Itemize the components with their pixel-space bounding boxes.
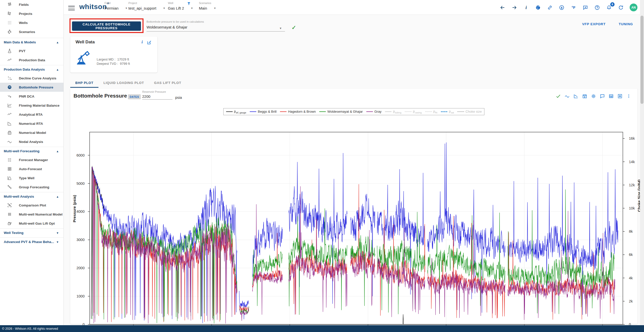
legend-item-hagedorn-brown[interactable]: Hagedorn & Brown bbox=[280, 110, 316, 113]
vfp-export-link[interactable]: VFP EXPORT bbox=[582, 22, 605, 26]
sidebar-item-numerical-rta[interactable]: Numerical RTA bbox=[0, 119, 63, 128]
legend-item-casing[interactable]: pcasing bbox=[405, 109, 422, 114]
footer: © 2026 - Whitson AS. All rights reserved bbox=[0, 325, 644, 332]
sidebar-item-pvt[interactable]: PVT bbox=[0, 46, 63, 55]
y2-tick-label: 12k bbox=[629, 183, 635, 187]
forward-arrow-icon[interactable] bbox=[511, 5, 517, 11]
sidebar-item-bottomhole-pressure[interactable]: Bottomhole Pressure bbox=[0, 83, 63, 92]
bhp-select-label: Bottomhole pressure to be used in calcul… bbox=[147, 20, 285, 23]
tab-gas-lift-plot[interactable]: GAS LIFT PLOT bbox=[149, 78, 186, 88]
sidebar-item-comparison-plot[interactable]: Comparison Plot bbox=[0, 201, 63, 210]
check-icon[interactable] bbox=[555, 93, 561, 99]
page-scrollbar[interactable] bbox=[640, 0, 644, 325]
legend-item-tubing[interactable]: ptubing bbox=[385, 109, 401, 114]
well-filter-icon[interactable] bbox=[187, 2, 191, 7]
chart-canvas[interactable] bbox=[86, 129, 626, 328]
notifications-icon[interactable]: 6 bbox=[606, 5, 612, 11]
reservoir-pressure-input[interactable] bbox=[142, 95, 172, 100]
user-avatar[interactable]: AN bbox=[630, 4, 637, 11]
hamburger-menu-icon[interactable] bbox=[68, 5, 75, 10]
sidebar-section-well-testing[interactable]: Well Testing ▼ bbox=[0, 228, 63, 237]
sidebar-item-nodal-analysis[interactable]: Nodal Analysis bbox=[0, 137, 63, 146]
sidebar-section-advanced-pvt-phase-beha[interactable]: Advanced PVT & Phase Beha... ▼ bbox=[0, 237, 63, 246]
y2-tick-label: 8k bbox=[629, 229, 633, 233]
groupf-icon bbox=[7, 185, 12, 190]
sidebar-item-label: Fields bbox=[19, 3, 29, 7]
table-icon[interactable] bbox=[608, 93, 614, 99]
sidebar-item-multi-well-gas-lift-opt[interactable]: Multi-well Gas Lift Opt bbox=[0, 219, 63, 228]
chevron-down-icon[interactable]: ▼ bbox=[279, 27, 282, 30]
legend-item-beggs-brill[interactable]: Beggs & Brill bbox=[250, 110, 276, 113]
feedback-icon[interactable] bbox=[582, 5, 588, 11]
tuning-link[interactable]: TUNING bbox=[619, 22, 633, 26]
sidebar-item-group-forecasting[interactable]: Group Forecasting bbox=[0, 183, 63, 192]
sidebar-item-projects[interactable]: Projects bbox=[0, 9, 63, 18]
section-label: Main Data & Models bbox=[4, 40, 36, 44]
sidebar-item-label: Numerical RTA bbox=[19, 122, 43, 126]
y-tick-label: 6000 bbox=[73, 153, 85, 157]
scrollbar-thumb[interactable] bbox=[640, 16, 643, 104]
legend-item-woldesemayat-ghajar[interactable]: Woldesemayat & Ghajar bbox=[319, 110, 363, 113]
legend-item-ri[interactable]: pRi bbox=[425, 109, 437, 114]
sidebar-item-pnr-dca[interactable]: PNR DCA bbox=[0, 92, 63, 101]
download-icon[interactable] bbox=[559, 5, 565, 11]
sidebar-section-multi-well-analysis[interactable]: Multi-well Analysis ▲ bbox=[0, 192, 63, 201]
legend-item-choke-size[interactable]: Choke size bbox=[457, 110, 482, 113]
nodal-icon[interactable] bbox=[564, 93, 570, 99]
section-label: Multi-well Forecasting bbox=[4, 149, 40, 153]
sidebar-item-analytical-rta[interactable]: Analytical RTA bbox=[0, 110, 63, 119]
sidebar-item-label: Wells bbox=[19, 21, 28, 25]
globe-icon[interactable] bbox=[535, 5, 541, 11]
sidebar-item-multi-well-numerical-model[interactable]: Multi-well Numerical Model bbox=[0, 210, 63, 219]
link-icon[interactable] bbox=[547, 5, 553, 11]
tab-liquid-loading-plot[interactable]: LIQUID LOADING PLOT bbox=[98, 78, 149, 88]
sidebar-item-wells[interactable]: Wells bbox=[0, 18, 63, 27]
sidebar-item-label: Auto-Forecast bbox=[19, 167, 42, 171]
sidebar-item-fields[interactable]: Fields bbox=[0, 0, 63, 9]
decline-plot-icon[interactable] bbox=[573, 93, 579, 99]
comment-icon[interactable] bbox=[599, 93, 605, 99]
main-content: CALCULATE BOTTOMHOLE PRESSURES Bottomhol… bbox=[64, 15, 644, 325]
fahrenheit-icon[interactable]: °F bbox=[570, 5, 577, 11]
sidebar-item-scenarios[interactable]: Scenarios bbox=[0, 27, 63, 36]
bhp-correlation-select[interactable]: Bottomhole pressure to be used in calcul… bbox=[147, 20, 285, 32]
legend-item-gray[interactable]: Gray bbox=[366, 110, 381, 113]
sidebar-section-production-data-analysis[interactable]: Production Data Analysis ▲ bbox=[0, 65, 63, 74]
gear-icon[interactable] bbox=[591, 93, 596, 99]
sidebar-item-auto-forecast[interactable]: Auto-Forecast bbox=[0, 164, 63, 173]
sidebar-item-label: Multi-well Numerical Model bbox=[19, 213, 62, 216]
section-label: Advanced PVT & Phase Beha... bbox=[4, 240, 54, 244]
scenarios-selector[interactable]: Scenarios Main ▼ bbox=[199, 2, 216, 10]
selector-label: Scenarios bbox=[199, 2, 216, 5]
calendar-download-icon[interactable] bbox=[582, 93, 587, 99]
sidebar-item-type-well[interactable]: Type Well bbox=[0, 173, 63, 183]
back-arrow-icon[interactable] bbox=[499, 5, 506, 11]
project-selector[interactable]: Project test_api_support ▼ bbox=[128, 2, 165, 10]
tab-bhp-plot[interactable]: BHP PLOT bbox=[70, 78, 98, 88]
sidebar-item-forecast-manager[interactable]: Forecast Manager bbox=[0, 155, 63, 164]
legend-swatch bbox=[441, 111, 447, 112]
refresh-icon[interactable] bbox=[618, 5, 624, 11]
legend-item-wf-gauge[interactable]: pwf, gauge bbox=[226, 109, 246, 114]
y-tick-label: 1000 bbox=[73, 294, 85, 298]
sidebar-item-flowing-material-balance[interactable]: Flowing Material Balance bbox=[0, 101, 63, 110]
well-data-stats: Largest MD : 17029 ft Deepest TVD : 9799… bbox=[97, 57, 130, 66]
info-icon[interactable]: i bbox=[523, 5, 529, 11]
sidebar-section-multi-well-forecasting[interactable]: Multi-well Forecasting ▲ bbox=[0, 147, 63, 155]
expand-icon[interactable] bbox=[617, 93, 623, 99]
field-selector[interactable]: Field Permian ▼ bbox=[104, 2, 128, 10]
info-icon[interactable]: i bbox=[141, 40, 143, 45]
sidebar-item-numerical-model[interactable]: Numerical Model bbox=[0, 128, 63, 137]
kebab-menu-icon[interactable] bbox=[626, 93, 631, 99]
sidebar-section-main-data-models[interactable]: Main Data & Models ▲ bbox=[0, 38, 63, 46]
sidebar-item-decline-curve-analysis[interactable]: Decline Curve Analysis bbox=[0, 74, 63, 83]
dates-badge[interactable]: DATES bbox=[128, 94, 141, 99]
chevron-down-icon: ▼ bbox=[191, 7, 193, 10]
sidebar-item-production-data[interactable]: Production Data bbox=[0, 55, 63, 65]
edit-icon[interactable] bbox=[147, 40, 152, 46]
bhp-icon bbox=[7, 85, 12, 90]
legend-item-sat[interactable]: psat bbox=[441, 109, 454, 114]
notification-count-badge: 6 bbox=[610, 2, 615, 7]
help-icon[interactable] bbox=[594, 5, 600, 11]
y2-tick-label: 14k bbox=[629, 160, 635, 164]
